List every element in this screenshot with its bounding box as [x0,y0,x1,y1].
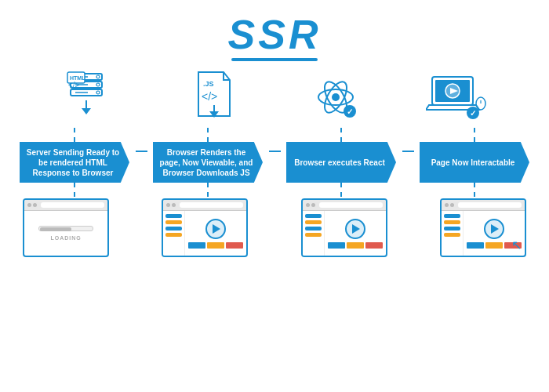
cursor-icon: ↖ [511,238,522,252]
browser1-dot1 [27,203,31,207]
step1-icon-col: HTML </> [31,67,153,126]
sidebar-line-b3-2 [305,220,322,224]
cb-blue-4 [467,242,484,249]
play-button-3 [345,219,365,239]
connector-2-3 [269,151,281,152]
play-button-2 [205,219,226,239]
sidebar-line-b4-2 [444,220,460,224]
svg-marker-13 [82,108,91,114]
step2-label: Browser Renders the page, Now Viewable, … [159,147,253,178]
play-triangle-2 [213,224,220,234]
sidebar-line-2 [165,220,182,224]
browser3-urlbar [319,202,383,208]
browser1-dot2 [33,203,37,207]
cb-red-2 [226,242,243,249]
cb-orange-4 [485,242,503,249]
browser4-dot1 [445,203,449,207]
step4-label: Page Now Interactable [431,158,515,168]
cb-blue-2 [188,242,205,249]
svg-text:✓: ✓ [470,109,476,118]
connector-1-2 [136,151,147,152]
browser2-dot1 [166,203,170,207]
svg-text:</>: </> [202,90,217,103]
browser1-loading: LOADING [23,198,109,257]
page-title: SSR [0,14,549,55]
title-underline [231,58,318,61]
dashed-line-1 [74,128,75,142]
browser4-sidebar [442,211,464,256]
step1-arrow: Server Sending Ready to be rendered HTML… [20,142,129,183]
svg-point-6 [96,83,100,86]
browser1-bar [24,200,107,211]
dashed-line-2b [207,183,209,197]
dashed-line-3 [340,128,342,142]
browser3-content [303,211,386,256]
browser4: ↖ [440,198,526,257]
icons-row: HTML </> .JS </> [0,67,549,126]
step1-label: Server Sending Ready to be rendered HTML… [26,147,120,178]
svg-point-21 [332,93,340,101]
cb-orange-2 [207,242,224,249]
browser3-main [325,211,386,256]
step4-icon-col: ✓ [396,67,518,126]
sidebar-line-b3-3 [305,227,322,230]
browser2-content [163,211,246,256]
sidebar-line-b4-3 [444,227,460,230]
cb-red-3 [365,242,383,249]
sidebar-line-b4-4 [444,233,460,237]
browser4-dot2 [450,203,454,207]
svg-point-4 [96,75,100,78]
play-triangle-4 [491,224,499,234]
dashed-line-2 [207,128,209,142]
browser4-urlbar [458,202,522,208]
sidebar-line-1 [165,214,182,218]
sidebar-line-b3-1 [305,214,322,218]
sidebar-line-b4-1 [444,214,460,218]
loading-bar-inner [40,227,71,231]
dashed-line-1b [74,183,75,197]
step3-icon-col: ✓ [274,67,396,126]
loading-label: LOADING [50,235,81,241]
svg-text:HTML: HTML [70,75,85,81]
step4-arrow: Page Now Interactable [420,142,529,183]
browser2-main [185,211,246,256]
step3-arrow: Browser executes React [286,142,396,183]
browser3-sidebar [303,211,325,256]
svg-text:.JS: .JS [203,80,214,88]
browser4-col: ↖ [431,198,535,257]
cb-blue-3 [328,242,345,249]
sidebar-line-4 [165,233,182,237]
cb-orange-3 [347,242,364,249]
browser1-content: LOADING [24,211,107,256]
connector-3-4 [402,151,414,152]
play-button-4 [484,219,504,239]
step2-icon: .JS </> [179,67,249,126]
arrows-section: Server Sending Ready to be rendered HTML… [0,128,549,197]
color-blocks-3 [328,242,383,249]
browser3 [301,198,387,257]
dashed-line-4 [474,128,475,142]
browser4-main: ↖ [464,211,525,256]
browser2 [162,198,248,257]
browser2-col [153,198,256,257]
loading-bar-outer [38,226,93,231]
step2-icon-col: .JS </> [153,67,274,126]
svg-text:</>: </> [68,81,80,89]
browser2-urlbar [180,202,243,208]
browsers-row: LOADING [0,198,549,257]
browser1-col: LOADING [14,198,118,257]
browser3-dot2 [311,203,315,207]
browser3-dot1 [306,203,310,207]
browser1-urlbar [41,202,104,208]
step4-icon: ✓ [422,67,493,126]
dashed-line-4b [474,183,475,197]
play-triangle-3 [352,224,360,234]
browser3-col [293,198,396,257]
color-blocks-2 [188,242,243,249]
browser4-content: ↖ [442,211,525,256]
sidebar-line-3 [165,227,182,230]
dashed-line-3b [340,183,342,197]
step3-label: Browser executes React [294,158,385,168]
step1-icon: HTML </> [57,67,128,126]
svg-point-8 [96,91,100,94]
